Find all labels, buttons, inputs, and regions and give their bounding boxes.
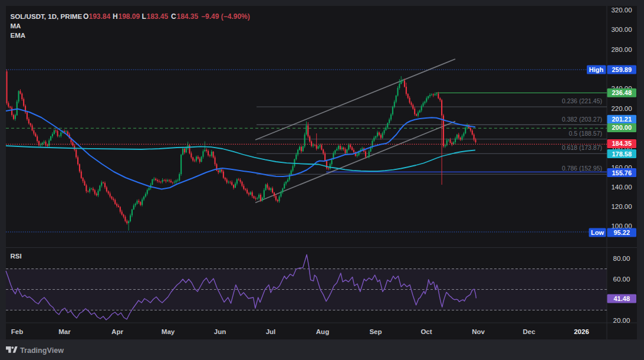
svg-text:Apr: Apr xyxy=(111,328,123,335)
svg-text:H: H xyxy=(113,12,118,21)
svg-text:259.89: 259.89 xyxy=(612,66,632,73)
svg-text:Jun: Jun xyxy=(214,328,226,335)
svg-text:May: May xyxy=(162,328,175,335)
svg-text:184.35: 184.35 xyxy=(177,12,199,21)
svg-text:0.5 (188.57): 0.5 (188.57) xyxy=(569,130,602,137)
svg-text:TradingView: TradingView xyxy=(20,346,64,355)
svg-text:Aug: Aug xyxy=(316,328,329,335)
svg-text:0.786 (152.95): 0.786 (152.95) xyxy=(562,165,602,172)
svg-text:C: C xyxy=(171,12,176,21)
svg-text:201.21: 201.21 xyxy=(612,116,632,123)
svg-text:High: High xyxy=(589,66,604,73)
svg-text:300.00: 300.00 xyxy=(611,26,632,33)
svg-text:Sep: Sep xyxy=(369,328,382,335)
svg-text:95.22: 95.22 xyxy=(613,229,630,236)
svg-text:2026: 2026 xyxy=(574,328,589,335)
svg-text:320.00: 320.00 xyxy=(611,6,632,14)
svg-text:Low: Low xyxy=(591,229,604,236)
svg-text:0.382 (203.27): 0.382 (203.27) xyxy=(562,116,602,123)
svg-text:60.00: 60.00 xyxy=(613,276,630,283)
svg-text:280.00: 280.00 xyxy=(611,46,632,53)
svg-text:80.00: 80.00 xyxy=(613,255,630,262)
svg-text:220.00: 220.00 xyxy=(611,105,632,112)
svg-text:Feb: Feb xyxy=(11,328,23,335)
svg-text:20.00: 20.00 xyxy=(613,317,630,324)
svg-text:236.48: 236.48 xyxy=(612,89,632,96)
svg-text:Oct: Oct xyxy=(420,328,432,335)
svg-text:184.35: 184.35 xyxy=(612,140,632,147)
svg-text:0.618 (173.87): 0.618 (173.87) xyxy=(562,144,602,151)
svg-text:Jul: Jul xyxy=(266,328,276,335)
svg-text:SOL/USDT, 1D, PRIME: SOL/USDT, 1D, PRIME xyxy=(11,12,83,20)
svg-text:200.00: 200.00 xyxy=(612,124,632,131)
svg-text:RSI: RSI xyxy=(11,253,22,260)
svg-text:193.84: 193.84 xyxy=(89,12,111,21)
svg-text:L: L xyxy=(142,12,146,21)
svg-text:EMA: EMA xyxy=(11,32,26,39)
svg-text:140.00: 140.00 xyxy=(611,184,632,191)
svg-text:Dec: Dec xyxy=(523,328,535,335)
svg-text:MA: MA xyxy=(11,22,21,30)
svg-text:Nov: Nov xyxy=(472,328,485,335)
svg-text:155.76: 155.76 xyxy=(612,169,632,176)
svg-text:183.45: 183.45 xyxy=(147,12,169,21)
svg-text:120.00: 120.00 xyxy=(611,203,632,210)
svg-text:0.236 (221.45): 0.236 (221.45) xyxy=(562,97,602,104)
svg-text:−9.49 (−4.90%): −9.49 (−4.90%) xyxy=(201,12,250,21)
svg-text:178.58: 178.58 xyxy=(612,150,632,158)
svg-text:198.09: 198.09 xyxy=(119,12,140,21)
svg-text:Mar: Mar xyxy=(58,328,71,335)
svg-text:O: O xyxy=(83,12,88,21)
svg-text:41.48: 41.48 xyxy=(613,295,630,302)
